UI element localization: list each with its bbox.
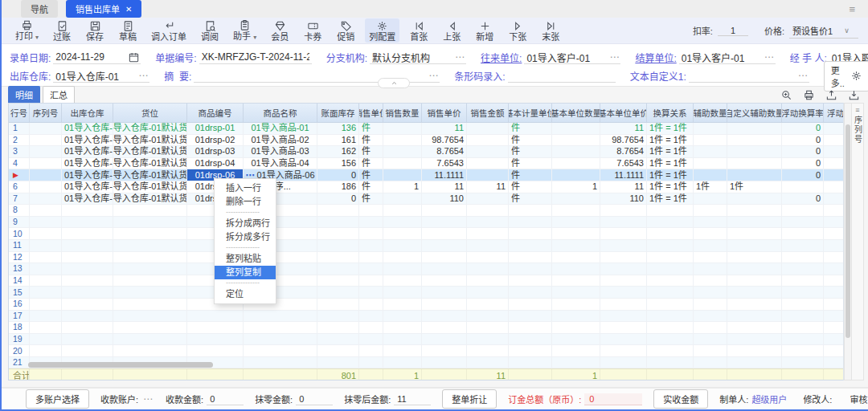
cell-conv[interactable] [647, 311, 694, 322]
cell-unit[interactable] [359, 334, 383, 345]
cell-baseqty[interactable] [552, 357, 600, 368]
cell-baseprice[interactable]: 11.1111 [600, 169, 647, 181]
cell-floatrate[interactable] [782, 322, 824, 333]
cell-conv[interactable] [647, 263, 694, 275]
cell-baseqty[interactable] [552, 228, 600, 239]
cell-serial[interactable] [30, 275, 62, 287]
cell-no[interactable]: 3 [9, 146, 30, 157]
cell-floatcut[interactable] [824, 252, 844, 263]
menu-item[interactable]: 插入一行 [215, 181, 276, 195]
cell-unit[interactable] [359, 299, 383, 310]
cell-baseqty[interactable] [552, 263, 600, 275]
cell-baseunit[interactable]: 件 [509, 123, 552, 134]
toolbar-button-coupon[interactable]: 卡券 [299, 18, 326, 43]
column-header-no[interactable]: 行号 [9, 104, 30, 122]
cell-warehouse[interactable] [62, 205, 113, 216]
cell-floatcut[interactable] [824, 311, 844, 322]
cell-baseunit[interactable] [509, 334, 552, 345]
toolbar-button-prev[interactable]: 上张 [438, 18, 465, 43]
cell-qty[interactable] [383, 275, 422, 287]
cell-stock[interactable] [317, 228, 359, 239]
cell-stock[interactable]: 156 [317, 158, 359, 169]
column-header-unit[interactable]: 销售单位 [359, 104, 383, 122]
cell-customaux[interactable] [727, 240, 782, 251]
cell-customaux[interactable] [727, 275, 782, 287]
menu-item[interactable]: 拆分成多行 [215, 230, 276, 244]
cell-floatrate[interactable] [782, 345, 824, 356]
cell-amount[interactable]: 11 [467, 181, 509, 193]
cell-no[interactable]: 6 [9, 181, 30, 193]
cell-baseunit[interactable] [509, 217, 552, 228]
cell-floatrate[interactable] [782, 181, 824, 193]
receive-amount-value[interactable]: 0 [207, 393, 244, 405]
cell-serial[interactable] [30, 322, 62, 333]
cell-warehouse[interactable] [62, 299, 113, 310]
cell-unit[interactable] [359, 205, 383, 216]
cell-auxqty[interactable] [694, 240, 727, 251]
discount-rate-input[interactable] [718, 26, 748, 36]
cell-warehouse[interactable]: 01导入仓库-... [62, 169, 113, 181]
cell-unit[interactable]: 件 [359, 123, 383, 134]
cell-serial[interactable] [30, 311, 62, 322]
cell-stock[interactable] [317, 322, 359, 333]
cell-unit[interactable]: 件 [359, 193, 383, 205]
cell-code[interactable]: 01drsp-04 [187, 158, 244, 169]
deposit-total-value[interactable]: 0 [584, 393, 642, 405]
cell-qty[interactable] [383, 193, 422, 205]
cell-conv[interactable]: 1件 = 1件 [647, 146, 694, 157]
cell-code[interactable]: 01drsp-03 [187, 146, 244, 157]
browse-ellipsis-icon[interactable]: ⋯ [763, 53, 776, 61]
cell-amount[interactable] [467, 299, 509, 310]
cell-customaux[interactable] [727, 334, 782, 345]
cell-auxqty[interactable] [694, 193, 727, 205]
cell-location[interactable] [113, 311, 187, 322]
cell-unit[interactable]: 件 [359, 158, 383, 169]
cell-stock[interactable]: 161 [317, 135, 359, 146]
cell-unit[interactable] [359, 275, 383, 287]
cell-qty[interactable]: 1 [383, 181, 422, 193]
cell-no[interactable]: 21 [9, 357, 30, 368]
cell-baseqty[interactable] [552, 345, 600, 356]
cell-conv[interactable] [647, 345, 694, 356]
cell-baseprice[interactable] [600, 205, 647, 216]
cell-location[interactable] [113, 205, 187, 216]
toolbar-button-load-order[interactable]: 调入订单 [147, 18, 190, 43]
cell-price[interactable]: 11 [422, 123, 467, 134]
cell-serial[interactable] [30, 334, 62, 345]
cell-floatrate[interactable]: 0 [782, 193, 824, 205]
cell-unit[interactable]: 件 [359, 146, 383, 157]
cell-amount[interactable] [467, 322, 509, 333]
cell-location[interactable] [113, 299, 187, 310]
cell-price[interactable] [422, 334, 467, 345]
cell-baseqty[interactable] [552, 193, 600, 205]
cell-baseunit[interactable] [509, 240, 552, 251]
cell-baseqty[interactable] [552, 252, 600, 263]
settlement-input[interactable] [679, 51, 763, 63]
browse-ellipsis-icon[interactable]: ⋯ [796, 71, 809, 79]
cell-floatcut[interactable] [824, 123, 844, 134]
cell-qty[interactable] [383, 334, 422, 345]
price-select[interactable]: 预设售价1 ∨ [789, 23, 858, 39]
cell-auxqty[interactable] [694, 146, 727, 157]
cell-amount[interactable] [467, 311, 509, 322]
cell-auxqty[interactable] [694, 123, 727, 134]
cell-baseqty[interactable] [552, 205, 600, 216]
cell-customaux[interactable] [727, 135, 782, 146]
cell-floatrate[interactable] [782, 311, 824, 322]
cell-code[interactable] [187, 322, 244, 333]
cell-conv[interactable]: 1件 = 1件 [647, 158, 694, 169]
cell-conv[interactable] [647, 205, 694, 216]
cell-qty[interactable] [383, 357, 422, 368]
cell-amount[interactable] [467, 158, 509, 169]
branch-input[interactable] [370, 51, 453, 63]
cell-code[interactable] [187, 345, 244, 356]
cell-baseprice[interactable] [600, 299, 647, 310]
toolbar-button-post[interactable]: 过账 [48, 18, 76, 43]
cell-stock[interactable] [317, 287, 359, 298]
cell-conv[interactable] [647, 252, 694, 263]
cell-floatcut[interactable] [824, 275, 844, 287]
cell-warehouse[interactable] [62, 240, 113, 251]
cell-amount[interactable] [467, 287, 509, 298]
cell-amount[interactable] [467, 357, 509, 368]
cell-floatcut[interactable] [824, 228, 844, 239]
